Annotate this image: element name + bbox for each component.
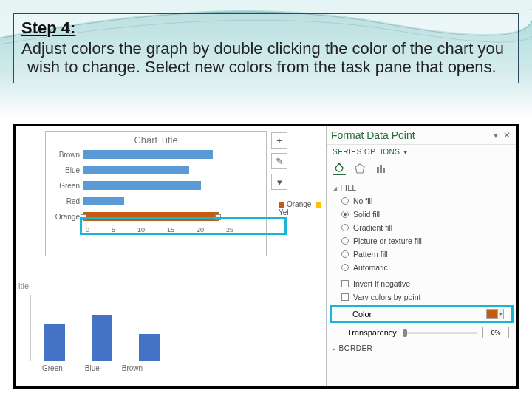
pane-close-icon[interactable]: ▾ ✕ [494,130,512,140]
svg-rect-3 [383,168,385,173]
opt-no-fill[interactable]: No fill [341,194,511,208]
transparency-slider[interactable] [403,332,477,334]
lower-column-chart[interactable]: itle Green Blue Brown [16,282,326,385]
bar-green[interactable] [83,181,201,190]
svg-marker-0 [355,164,364,173]
effects-tab-icon[interactable] [353,162,366,175]
fill-section-header[interactable]: ◢FILL [327,180,516,194]
color-swatch-button[interactable]: ▾ [486,309,504,319]
chart-title[interactable]: Chart Title [46,134,266,146]
chart-styles-button[interactable]: ✎ [271,153,287,169]
svg-rect-1 [377,167,379,173]
opt-automatic[interactable]: Automatic [341,261,511,274]
step-heading: Step 4: [21,18,511,38]
col-green[interactable] [44,324,65,361]
transparency-label: Transparency [347,328,397,337]
fill-color-picker[interactable]: Color ▾ [330,305,514,323]
series-options-dropdown[interactable]: SERIES OPTIONS ▼ [327,145,516,159]
cat-label: Green [46,182,83,190]
col-brown[interactable] [139,334,160,361]
transparency-value[interactable]: 0% [482,327,509,338]
step-body: Adjust colors the graph by double clicki… [21,39,511,77]
opt-vary-colors[interactable]: Vary colors by point [341,290,511,304]
lower-chart-title: itle [18,282,326,290]
cat-label: Orange [46,213,83,221]
opt-gradient-fill[interactable]: Gradient fill [341,221,511,234]
opt-pattern-fill[interactable]: Pattern fill [341,248,511,261]
bar-red[interactable] [83,197,124,205]
opt-solid-fill[interactable]: Solid fill [341,208,511,221]
chart-legend[interactable]: Orange Yel [279,200,326,216]
opt-picture-fill[interactable]: Picture or texture fill [341,234,511,248]
bar-blue[interactable] [83,166,189,174]
fill-line-tab-icon[interactable] [332,162,346,175]
svg-rect-2 [380,165,382,173]
worksheet-area[interactable]: Chart Title Brown Blue Green Red Orange … [16,126,326,386]
format-data-point-pane: Format Data Point ▾ ✕ SERIES OPTIONS ▼ ◢… [326,126,516,386]
opt-invert-negative[interactable]: Invert if negative [341,277,511,290]
bar-brown[interactable] [83,150,213,159]
col-blue[interactable] [92,315,112,361]
series-options-tab-icon[interactable] [374,162,387,175]
color-label: Color [352,310,372,318]
highlight-selected-bar [80,217,287,235]
cat-label: Blue [46,166,83,174]
pane-title: Format Data Point [331,129,415,141]
instruction-box: Step 4: Adjust colors the graph by doubl… [13,13,519,83]
transparency-row[interactable]: Transparency 0% [327,324,516,341]
border-section-header[interactable]: ▸BORDER [327,341,516,355]
embedded-chart[interactable]: Chart Title Brown Blue Green Red Orange … [45,131,267,256]
chart-elements-button[interactable]: + [271,132,287,149]
chart-filter-button[interactable]: ▾ [271,174,287,190]
cat-label: Brown [46,151,83,159]
cat-label: Red [46,197,83,205]
excel-screenshot: Chart Title Brown Blue Green Red Orange … [13,124,519,389]
